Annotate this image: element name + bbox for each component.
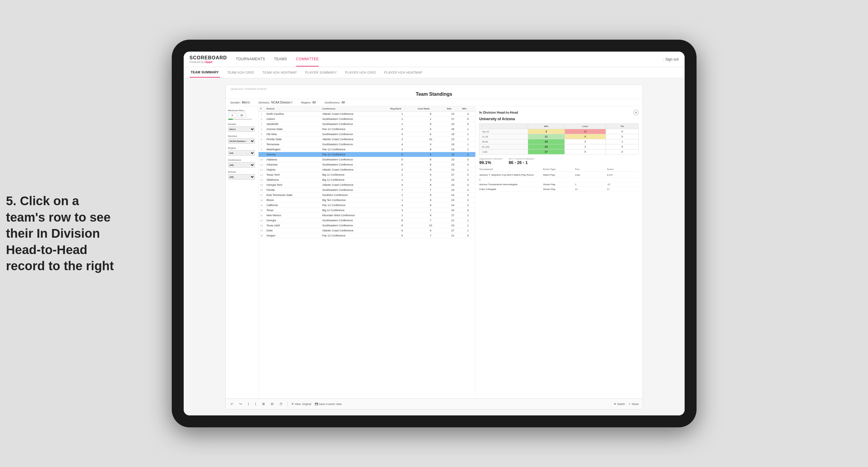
- subnav-team-h2h-heatmap[interactable]: TEAM H2H HEATMAP: [261, 68, 298, 77]
- subnav-team-summary[interactable]: TEAM SUMMARY: [190, 67, 220, 77]
- table-row[interactable]: 16 Florida Southeastern Conference 7 7 2…: [258, 188, 475, 193]
- share-label: Share: [631, 403, 639, 406]
- cell-school: Texas: [265, 208, 320, 213]
- table-row[interactable]: 1 North Carolina Atlantic Coast Conferen…: [258, 112, 475, 117]
- table-row[interactable]: 23 Texas A&M Southeastern Conference 9 1…: [258, 223, 475, 228]
- cell-reg-rank: 5: [389, 152, 416, 157]
- watch-label: Watch: [617, 403, 625, 406]
- save-icon: 💾: [315, 403, 318, 406]
- h2h-tournament-row: Arizona Thunderbirds Intercollegiate Str…: [479, 182, 639, 187]
- table-row[interactable]: 9 Arizona Pac-12 Conference 5 8 23 2: [258, 152, 475, 157]
- cell-school: Florida State: [265, 137, 320, 142]
- filter-minrou-label: Minimum Rou...: [228, 109, 256, 112]
- nav-committee[interactable]: COMMITTEE: [296, 52, 319, 66]
- cell-rank: 7: [258, 142, 265, 147]
- subnav-player-h2h-grid[interactable]: PLAYER H2H GRID: [344, 68, 377, 77]
- cell-rds: 23: [445, 157, 460, 162]
- h2h-grid-row: Top 10 3 13 0: [479, 129, 639, 134]
- table-row[interactable]: 15 Georgia Tech Atlantic Coast Conferenc…: [258, 183, 475, 188]
- filter-group-conference: Conference (All): [228, 159, 256, 167]
- h2h-record-value: 86 - 26 - 1: [509, 160, 535, 165]
- cell-school: Florida: [265, 188, 320, 193]
- filter-sidebar-division-label: Division: [228, 135, 256, 137]
- cell-rank: 4: [258, 127, 265, 132]
- table-row[interactable]: 25 Oregon Pac-12 Conference 5 7 21 0: [258, 233, 475, 238]
- subnav-player-summary[interactable]: PLAYER SUMMARY: [304, 68, 338, 77]
- subnav-player-h2h-heatmap[interactable]: PLAYER H2H HEATMAP: [383, 68, 424, 77]
- table-row[interactable]: 6 Florida State Atlantic Coast Conferenc…: [258, 137, 475, 142]
- tablet-screen: SCOREBOARD Powered by clippd TOURNAMENTS…: [184, 52, 685, 415]
- table-row[interactable]: 22 Georgia Southeastern Conference 8 7 2…: [258, 218, 475, 223]
- cell-conf-rank: 7: [416, 188, 445, 193]
- table-row[interactable]: 19 California Pac-12 Conference 4 8 24 2: [258, 203, 475, 208]
- filter-sidebar-conference-label: Conference: [228, 159, 256, 161]
- cell-conference: Big 12 Conference: [320, 208, 389, 213]
- cell-school: Texas A&M: [265, 223, 320, 228]
- subnav-team-h2h-grid[interactable]: TEAM H2H GRID: [226, 68, 255, 77]
- region-select[interactable]: N/A: [228, 150, 255, 156]
- share-btn[interactable]: ↗ Share: [628, 403, 639, 406]
- conference-select[interactable]: (All): [228, 162, 255, 167]
- table-row[interactable]: 20 Texas Big 12 Conference 3 7 20 0: [258, 208, 475, 213]
- table-row[interactable]: 7 Tennessee Southeastern Conference 4 6 …: [258, 142, 475, 147]
- table-row[interactable]: 3 Vanderbilt Southeastern Conference 2 8…: [258, 122, 475, 127]
- sub-nav: TEAM SUMMARY TEAM H2H GRID TEAM H2H HEAT…: [184, 67, 685, 79]
- table-row[interactable]: 21 New Mexico Mountain West Conference 1…: [258, 213, 475, 218]
- tourn-pos: 1: [575, 183, 607, 186]
- table-row[interactable]: 2 Auburn Southeastern Conference 1 1 27 …: [258, 117, 475, 122]
- copy-btn[interactable]: ⊞: [261, 401, 266, 406]
- share-icon: ↗: [628, 403, 631, 406]
- save-custom-btn[interactable]: 💾 Save Custom View: [315, 403, 342, 406]
- nav-teams[interactable]: TEAMS: [274, 52, 287, 66]
- toolbar-sep1: [287, 401, 288, 407]
- filter-division-value: NCAA Division I: [271, 101, 292, 104]
- table-row[interactable]: 4 Arizona State Pac-12 Conference 4 6 26…: [258, 127, 475, 132]
- min-rounds-slider[interactable]: [228, 119, 252, 120]
- table-row[interactable]: 5 Ole Miss Southeastern Conference 3 6 1…: [258, 132, 475, 137]
- cell-reg-rank: 8: [389, 218, 416, 223]
- cell-reg-rank: 1: [389, 213, 416, 218]
- view-original-btn[interactable]: 👁 View: Original: [291, 403, 311, 406]
- sign-out-btn[interactable]: Sign out: [663, 57, 679, 61]
- tourn-type: Stroke Play: [543, 183, 575, 186]
- cell-rank: 25: [258, 233, 265, 238]
- table-row[interactable]: 8 Washington Pac-12 Conference 2 8 23 1: [258, 147, 475, 152]
- nav-tournaments[interactable]: TOURNAMENTS: [236, 52, 265, 66]
- cell-reg-rank: 4: [389, 142, 416, 147]
- back-btn[interactable]: ⟨: [254, 401, 257, 406]
- table-row[interactable]: 18 Illinois Big Ten Conference 1 9 23 3: [258, 198, 475, 203]
- h2h-loss-cell: 8: [564, 134, 606, 139]
- table-row[interactable]: 13 Texas Tech Big 12 Conference 1 9 27 2: [258, 173, 475, 178]
- tourn-name: Arizona Thunderbirds Intercollegiate: [479, 183, 543, 186]
- table-row[interactable]: 24 Duke Atlantic Coast Conference 5 9 27…: [258, 228, 475, 233]
- cell-rds: 24: [445, 183, 460, 188]
- clock-btn[interactable]: ⏱: [278, 402, 284, 406]
- gender-select[interactable]: Men's: [228, 126, 255, 132]
- cell-conference: Southeastern Conference: [320, 122, 389, 127]
- table-row[interactable]: 14 Oklahoma Big 12 Conference 2 9 24 2: [258, 178, 475, 183]
- paste-btn[interactable]: ⊟: [270, 401, 275, 406]
- filter-region-value: All: [312, 101, 315, 104]
- min-rounds-min-input[interactable]: [228, 113, 237, 118]
- table-row[interactable]: 11 Arkansas Southeastern Conference 6 8 …: [258, 162, 475, 167]
- forward-btn[interactable]: ⟩: [247, 401, 250, 406]
- division-select[interactable]: NCAA Division I: [228, 138, 255, 144]
- watch-btn[interactable]: 👁 Watch: [614, 403, 625, 406]
- school-select[interactable]: (All): [228, 174, 255, 180]
- cell-rds: 24: [445, 167, 460, 173]
- table-row[interactable]: 12 Virginia Atlantic Coast Conference 3 …: [258, 167, 475, 173]
- table-row[interactable]: 17 East Tennessee State Southern Confere…: [258, 193, 475, 198]
- cell-rds: 24: [445, 193, 460, 198]
- cell-reg-rank: 1: [389, 198, 416, 203]
- cell-win: 1: [460, 218, 475, 223]
- h2h-tournament-row: Cabo Collegiate Stroke Play 11 17: [479, 187, 639, 192]
- h2h-stats: Opponents in division: 99.1% W-L-T recor…: [479, 157, 639, 165]
- panel-header: Update time: 27/03/2024 16:56:26 Team St…: [226, 85, 643, 99]
- filter-group-minrou: Minimum Rou...: [228, 109, 256, 120]
- undo-btn[interactable]: ↩: [229, 401, 235, 406]
- h2h-close-btn[interactable]: ✕: [633, 110, 639, 115]
- filter-group-division: Division NCAA Division I: [228, 135, 256, 144]
- min-rounds-max-input[interactable]: [238, 113, 246, 118]
- table-row[interactable]: 10 Alabama Southeastern Conference 5 8 2…: [258, 157, 475, 162]
- redo-btn[interactable]: ↪: [238, 401, 243, 406]
